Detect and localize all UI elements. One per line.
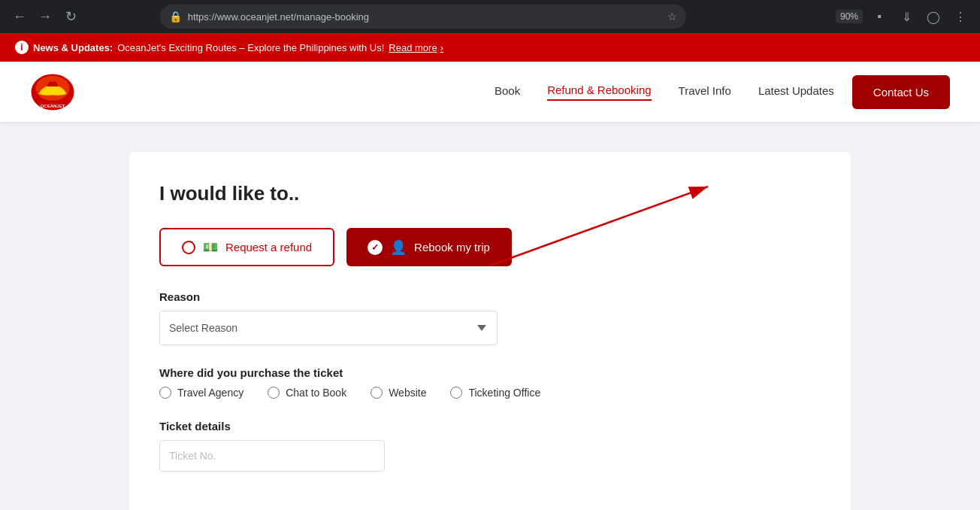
svg-text:OCEANJET: OCEANJET — [41, 103, 65, 108]
request-refund-button[interactable]: 💵 Request a refund — [159, 228, 334, 266]
ticket-label: Ticket details — [159, 420, 821, 433]
ticket-number-input[interactable] — [159, 440, 385, 472]
extensions-button[interactable]: ▪ — [869, 6, 890, 27]
reason-label: Reason — [159, 290, 821, 303]
logo-image: OCEANJET — [30, 71, 75, 113]
travel-agency-radio[interactable] — [159, 387, 171, 399]
purchase-section: Where did you purchase the ticket Travel… — [159, 366, 821, 399]
rebook-trip-button[interactable]: 👤 Rebook my trip — [346, 228, 512, 266]
main-nav: Book Refund & Rebooking Travel Info Late… — [495, 83, 834, 101]
menu-button[interactable]: ⋮ — [950, 6, 971, 27]
person-icon: 👤 — [390, 239, 407, 256]
website-radio[interactable] — [371, 387, 383, 399]
info-icon: i — [15, 41, 29, 54]
browser-chrome: ← → ↻ 🔒 https://www.oceanjet.net/manage-… — [0, 0, 980, 33]
form-title: I would like to.. — [159, 182, 821, 205]
security-icon: 🔒 — [169, 11, 182, 23]
chat-to-book-option[interactable]: Chat to Book — [268, 387, 346, 399]
website-option[interactable]: Website — [371, 387, 426, 399]
travel-agency-option[interactable]: Travel Agency — [159, 387, 243, 399]
download-button[interactable]: ⇓ — [896, 6, 917, 27]
form-card: I would like to.. 💵 Request a refund 👤 R… — [129, 152, 851, 510]
logo-area[interactable]: OCEANJET — [30, 71, 75, 113]
browser-actions: 90% ▪ ⇓ ◯ ⋮ — [836, 6, 971, 27]
nav-refund-rebooking[interactable]: Refund & Rebooking — [547, 83, 651, 101]
news-bar: i News & Updates: OceanJet's Exciting Ro… — [0, 33, 980, 62]
nav-travel-info[interactable]: Travel Info — [679, 84, 731, 100]
chat-to-book-label: Chat to Book — [286, 387, 346, 399]
main-content: I would like to.. 💵 Request a refund 👤 R… — [0, 122, 980, 510]
ticketing-office-label: Ticketing Office — [468, 387, 540, 399]
profile-button[interactable]: ◯ — [923, 6, 944, 27]
bookmark-icon: ☆ — [667, 11, 677, 23]
news-bold-text: News & Updates: — [33, 42, 113, 53]
address-bar[interactable]: 🔒 https://www.oceanjet.net/manage-bookin… — [160, 5, 686, 29]
website-label: Website — [389, 387, 426, 399]
reload-button[interactable]: ↻ — [60, 6, 81, 27]
purchase-radio-group: Travel Agency Chat to Book Website Ticke… — [159, 387, 821, 399]
zoom-badge: 90% — [836, 10, 863, 23]
site-header: OCEANJET Book Refund & Rebooking Travel … — [0, 62, 980, 122]
ticketing-office-option[interactable]: Ticketing Office — [450, 387, 540, 399]
refund-radio-indicator — [182, 241, 195, 254]
nav-latest-updates[interactable]: Latest Updates — [758, 84, 834, 100]
back-button[interactable]: ← — [9, 6, 30, 27]
reason-select[interactable]: Select Reason Personal Medical Weather S… — [159, 311, 498, 345]
nav-book[interactable]: Book — [495, 84, 520, 100]
chat-to-book-radio[interactable] — [268, 387, 280, 399]
forward-button[interactable]: → — [35, 6, 56, 27]
action-row: 💵 Request a refund 👤 Rebook my trip — [159, 228, 821, 266]
ticketing-office-radio[interactable] — [450, 387, 462, 399]
refund-btn-label: Request a refund — [225, 241, 312, 253]
browser-nav-buttons: ← → ↻ — [9, 6, 81, 27]
url-text: https://www.oceanjet.net/manage-booking — [188, 11, 661, 23]
ticket-section: Ticket details — [159, 420, 821, 472]
read-more-link[interactable]: Read more › — [389, 42, 443, 53]
rebook-btn-label: Rebook my trip — [414, 241, 490, 253]
purchase-label: Where did you purchase the ticket — [159, 366, 821, 379]
contact-us-button[interactable]: Contact Us — [852, 75, 950, 109]
wallet-icon: 💵 — [203, 240, 218, 254]
travel-agency-label: Travel Agency — [177, 387, 243, 399]
rebook-check-icon — [368, 240, 383, 255]
news-text: OceanJet's Exciting Routes – Explore the… — [117, 42, 384, 53]
